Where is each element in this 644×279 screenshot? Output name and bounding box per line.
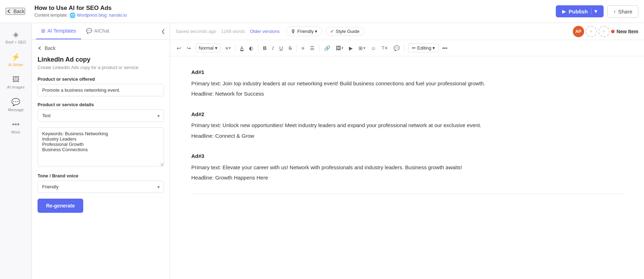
tone-select-wrap: Friendly Professional Casual Formal ▾ <box>38 181 164 193</box>
sidebar-item-ai-images-label: AI Images <box>7 85 25 89</box>
ad3-label: Ad#3 <box>191 152 623 161</box>
more-options-button[interactable]: ••• <box>440 44 450 53</box>
panel-back-button[interactable]: Back <box>38 45 164 51</box>
details-select-wrap: Text URL Upload ▾ <box>38 109 164 122</box>
tab-aichat-label: AIChat <box>94 28 109 34</box>
publish-play-icon: ▶ <box>562 9 566 14</box>
sidebar-item-ai-writer[interactable]: ⚡ AI Writer <box>2 49 29 70</box>
publish-chevron-icon: ▾ <box>591 8 597 15</box>
strikethrough-button[interactable]: S <box>286 44 294 53</box>
invite-collaborator2-button[interactable]: + <box>598 26 610 37</box>
ai-writer-icon: ⚡ <box>11 53 20 61</box>
product-input[interactable] <box>38 84 164 96</box>
tab-ai-templates[interactable]: ⊞ AI Templates <box>36 23 81 39</box>
avatar-initials: AP <box>575 29 581 34</box>
tone-selector[interactable]: 🎙 Friendly ▾ <box>286 27 322 36</box>
toolbar-divider-2 <box>258 45 258 52</box>
clear-format-button[interactable]: T✕ <box>379 44 390 52</box>
sidebar-item-message-label: Message <box>8 108 24 112</box>
editing-mode-button[interactable]: ✏ Editing ▾ <box>408 44 439 52</box>
page-info: How to Use AI for SEO Ads Content templa… <box>34 5 127 18</box>
new-item-label: New Item <box>617 29 638 34</box>
panel-form: Back LinkedIn Ad copy Create LinkedIn Ad… <box>32 40 170 218</box>
ordered-list-button[interactable]: ☰ <box>307 44 317 53</box>
bullet-list-button[interactable]: ≡ <box>299 44 307 53</box>
word-count: 1168 words <box>221 29 245 34</box>
panel-collapse-button[interactable]: ❮ <box>161 23 165 39</box>
new-item-button[interactable]: New Item <box>611 29 638 34</box>
sidebar-item-ai-writer-label: AI Writer <box>8 63 23 67</box>
ad2-primary: Primary text: Unlock new opportunities! … <box>191 121 623 130</box>
resize-handle-icon[interactable]: ⤡ <box>159 161 163 166</box>
details-select[interactable]: Text URL Upload <box>38 109 164 122</box>
undo-button[interactable]: ↩ <box>174 44 183 53</box>
tone-label: Tone / Brand voice <box>38 173 164 178</box>
icon-sidebar: ◈ Brief + SEO ⚡ AI Writer 🖼 AI Images 💬 … <box>0 23 32 279</box>
text-color-button[interactable]: A <box>238 44 246 53</box>
publish-label: Publish <box>569 8 588 15</box>
top-bar-actions: ▶ Publish ▾ ↑ Share <box>556 5 638 18</box>
editor-area: Saved seconds ago 1168 words Older versi… <box>170 23 644 279</box>
style-guide-label: Style Guide <box>335 29 359 34</box>
ad3-headline: Headline: Growth Happens Here <box>191 173 623 182</box>
editor-content[interactable]: Ad#1 Primary text: Join top industry lea… <box>170 56 644 279</box>
comment-button[interactable]: 💬 <box>391 44 402 53</box>
wordpress-icon: 🌐 <box>69 12 75 18</box>
share-label: Share <box>618 8 632 15</box>
panel: ⊞ AI Templates 💬 AIChat ❮ Back LinkedIn … <box>32 23 170 279</box>
table-button[interactable]: ⊞▾ <box>356 44 368 53</box>
format-select[interactable]: Normal ▾ <box>196 44 221 52</box>
share-button[interactable]: ↑ Share <box>607 5 638 18</box>
emoji-button[interactable]: ☺ <box>368 44 378 53</box>
tone-value: Friendly <box>297 29 313 34</box>
redo-button[interactable]: ↪ <box>184 44 193 53</box>
editing-chevron-icon: ▾ <box>433 45 435 51</box>
underline-button[interactable]: U <box>277 44 285 53</box>
form-title: LinkedIn Ad copy <box>38 56 164 63</box>
style-guide-button[interactable]: ✓ Style Guide <box>326 27 364 36</box>
sidebar-item-more[interactable]: ••• More <box>2 117 29 138</box>
collaborators: AP + + New Item <box>573 26 638 37</box>
invite-collaborator-button[interactable]: + <box>586 26 597 37</box>
panel-tabs: ⊞ AI Templates 💬 AIChat ❮ <box>32 23 170 40</box>
sidebar-item-more-label: More <box>11 130 20 134</box>
regenerate-button[interactable]: Re-generate <box>38 199 83 213</box>
publish-button[interactable]: ▶ Publish ▾ <box>556 5 604 17</box>
format-chevron-icon: ▾ <box>215 45 218 51</box>
editor-topbar: Saved seconds ago 1168 words Older versi… <box>170 23 644 40</box>
sidebar-item-ai-images[interactable]: 🖼 AI Images <box>2 72 29 93</box>
more-icon: ••• <box>12 120 19 129</box>
ad2-headline: Headline: Connect & Grow <box>191 131 623 141</box>
align-button[interactable]: ≡▾ <box>223 44 233 53</box>
ad1-label: Ad#1 <box>191 68 623 77</box>
sidebar-item-brief-seo-label: Brief + SEO <box>5 40 26 44</box>
details-label: Product or service details <box>38 102 164 107</box>
back-button[interactable]: Back <box>6 8 25 15</box>
editing-pencil-icon: ✏ <box>412 45 416 51</box>
main-layout: ◈ Brief + SEO ⚡ AI Writer 🖼 AI Images 💬 … <box>0 23 644 279</box>
highlight-button[interactable]: ◐ <box>247 44 256 53</box>
ad-block-2: Ad#2 Primary text: Unlock new opportunit… <box>191 110 623 141</box>
bold-button[interactable]: B <box>260 44 269 53</box>
tab-aichat[interactable]: 💬 AIChat <box>81 23 114 39</box>
tone-select[interactable]: Friendly Professional Casual Formal <box>38 181 164 193</box>
microphone-icon: 🎙 <box>290 28 296 34</box>
toolbar-divider-5 <box>404 45 405 52</box>
ad-block-3: Ad#3 Primary text: Elevate your career w… <box>191 152 623 182</box>
toolbar-divider-3 <box>296 45 297 52</box>
older-versions-link[interactable]: Older versions <box>250 29 279 34</box>
wp-link[interactable]: Wordpress blog: narrato.io <box>77 13 127 18</box>
avatar-ap: AP <box>573 26 584 37</box>
ai-images-icon: 🖼 <box>12 75 19 84</box>
textarea-wrap: Keywords: Business Networking Industry L… <box>38 127 164 167</box>
italic-button[interactable]: I <box>270 44 276 53</box>
details-textarea[interactable]: Keywords: Business Networking Industry L… <box>38 127 164 166</box>
save-status: Saved seconds ago <box>176 29 216 34</box>
regenerate-label: Re-generate <box>46 203 75 209</box>
link-button[interactable]: 🔗 <box>322 44 333 53</box>
play-button[interactable]: ▶ <box>346 44 355 53</box>
brief-seo-icon: ◈ <box>13 30 18 39</box>
sidebar-item-message[interactable]: 💬 Message <box>2 94 29 115</box>
image-button[interactable]: 🖼▾ <box>333 44 346 53</box>
sidebar-item-brief-seo[interactable]: ◈ Brief + SEO <box>2 27 29 48</box>
